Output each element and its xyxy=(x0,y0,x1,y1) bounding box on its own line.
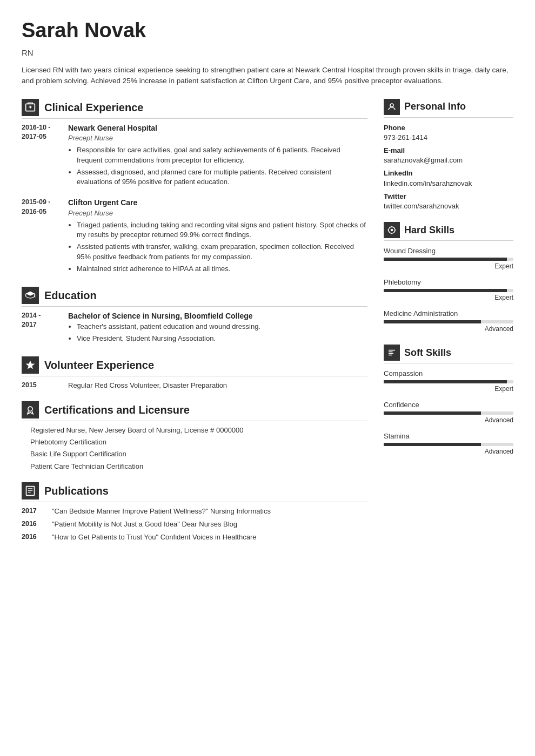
bullet: Vice President, Student Nursing Associat… xyxy=(77,334,367,343)
pub-entry-1-text: "Can Bedside Manner Improve Patient Well… xyxy=(52,507,271,516)
personal-info-fields: Phone 973-261-1414 E-mail sarahznovak@gm… xyxy=(384,123,513,212)
linkedin-label: LinkedIn xyxy=(384,168,513,178)
hard-skills-icon xyxy=(384,222,400,238)
soft-skill-confidence-level: Advanced xyxy=(384,416,513,425)
svg-point-12 xyxy=(391,229,393,232)
education-header: Education xyxy=(22,287,367,307)
bullet: Assisted patients with transfer, walking… xyxy=(77,242,367,261)
clinical-entry-2-role: Precept Nurse xyxy=(68,208,367,218)
clinical-entry-1-content: Newark General Hospital Precept Nurse Re… xyxy=(68,123,367,190)
clinical-entry-1-date: 2016-10 -2017-05 xyxy=(22,123,59,190)
soft-skills-section: Soft Skills Compassion Expert Confidence… xyxy=(384,345,513,456)
linkedin-value: linkedin.com/in/sarahznovak xyxy=(384,179,513,188)
bullet: Responsible for care activities, goal an… xyxy=(77,145,367,165)
volunteer-entry-1-content: Regular Red Cross Volunteer, Disaster Pr… xyxy=(68,381,367,390)
soft-skill-confidence-bar xyxy=(384,411,513,415)
education-icon xyxy=(22,287,39,304)
svg-point-5 xyxy=(28,407,32,411)
phone-value: 973-261-1414 xyxy=(384,133,513,143)
pub-entry-3-text: "How to Get Patients to Trust You" Confi… xyxy=(52,532,257,542)
soft-skills-header: Soft Skills xyxy=(384,345,513,363)
soft-skill-compassion: Compassion Expert xyxy=(384,369,513,394)
soft-skill-compassion-fill xyxy=(384,380,507,383)
education-title: Education xyxy=(44,288,97,303)
main-layout: Clinical Experience 2016-10 -2017-05 New… xyxy=(22,99,513,554)
hard-skill-wound-dressing-level: Expert xyxy=(384,262,513,271)
publications-header: Publications xyxy=(22,482,367,502)
cert-item-4: Patient Care Technician Certification xyxy=(22,462,367,471)
bullet: Triaged patients, including taking and r… xyxy=(77,220,367,240)
svg-rect-6 xyxy=(26,487,35,496)
hard-skill-medicine-admin: Medicine Administration Advanced xyxy=(384,309,513,334)
cert-item-2: Phlebotomy Certification xyxy=(22,437,367,447)
clinical-entry-2-bullets: Triaged patients, including taking and r… xyxy=(77,220,367,274)
clinical-experience-header: Clinical Experience xyxy=(22,99,367,119)
bullet: Maintained strict adherence to HIPAA at … xyxy=(77,264,367,274)
education-entry-1-date: 2014 -2017 xyxy=(22,311,59,346)
name: Sarah Novak xyxy=(22,16,513,45)
bullet: Assessed, diagnosed, and planned care fo… xyxy=(77,167,367,187)
phone-label: Phone xyxy=(384,123,513,133)
clinical-experience-section: Clinical Experience 2016-10 -2017-05 New… xyxy=(22,99,367,276)
personal-info-header: Personal Info xyxy=(384,99,513,118)
hard-skills-header: Hard Skills xyxy=(384,222,513,241)
header: Sarah Novak RN Licensed RN with two year… xyxy=(22,16,513,87)
clinical-entry-2-org: Clifton Urgent Care xyxy=(68,198,367,208)
volunteer-entry-1: 2015 Regular Red Cross Volunteer, Disast… xyxy=(22,381,367,390)
bullet: Teacher's assistant, patient education a… xyxy=(77,322,367,332)
volunteer-title: Volunteer Experience xyxy=(44,357,154,373)
email-label: E-mail xyxy=(384,146,513,156)
left-column: Clinical Experience 2016-10 -2017-05 New… xyxy=(22,99,367,554)
soft-skill-confidence-fill xyxy=(384,411,481,415)
pub-entry-2-date: 2016 xyxy=(22,519,43,529)
email-value: sarahznovak@gmail.com xyxy=(384,156,513,165)
soft-skill-stamina-level: Advanced xyxy=(384,447,513,456)
clinical-entry-2-date: 2015-09 -2016-05 xyxy=(22,198,59,276)
hard-skill-phlebotomy-bar xyxy=(384,289,513,292)
soft-skill-confidence-name: Confidence xyxy=(384,400,513,410)
education-section: Education 2014 -2017 Bachelor of Science… xyxy=(22,287,367,346)
hard-skill-phlebotomy-level: Expert xyxy=(384,293,513,302)
hard-skill-phlebotomy: Phlebotomy Expert xyxy=(384,278,513,302)
pub-entry-3: 2016 "How to Get Patients to Trust You" … xyxy=(22,532,367,542)
hard-skill-wound-dressing-name: Wound Dressing xyxy=(384,246,513,256)
hard-skill-medicine-admin-level: Advanced xyxy=(384,325,513,334)
volunteer-entry-1-date: 2015 xyxy=(22,381,59,390)
personal-info-title: Personal Info xyxy=(404,100,466,113)
certifications-header: Certifications and Licensure xyxy=(22,401,367,421)
clinical-entry-1: 2016-10 -2017-05 Newark General Hospital… xyxy=(22,123,367,190)
certifications-title: Certifications and Licensure xyxy=(44,402,190,417)
clinical-entry-1-role: Precept Nurse xyxy=(68,133,367,143)
soft-skills-icon xyxy=(384,345,400,361)
pub-entry-2-text: "Patient Mobility is Not Just a Good Ide… xyxy=(52,519,237,529)
hard-skills-title: Hard Skills xyxy=(404,224,454,237)
summary: Licensed RN with two years clinical expe… xyxy=(22,65,513,87)
personal-info-section: Personal Info Phone 973-261-1414 E-mail … xyxy=(384,99,513,212)
twitter-label: Twitter xyxy=(384,192,513,201)
publications-section: Publications 2017 "Can Bedside Manner Im… xyxy=(22,482,367,543)
soft-skill-stamina: Stamina Advanced xyxy=(384,431,513,456)
education-entry-1-bullets: Teacher's assistant, patient education a… xyxy=(77,322,367,343)
publications-title: Publications xyxy=(44,483,109,498)
hard-skill-phlebotomy-name: Phlebotomy xyxy=(384,278,513,287)
clinical-entry-2: 2015-09 -2016-05 Clifton Urgent Care Pre… xyxy=(22,198,367,276)
soft-skill-stamina-name: Stamina xyxy=(384,431,513,441)
publications-icon xyxy=(22,482,39,500)
education-entry-1-org: Bachelor of Science in Nursing, Bloomfie… xyxy=(68,311,367,322)
pub-entry-1: 2017 "Can Bedside Manner Improve Patient… xyxy=(22,507,367,516)
soft-skill-stamina-bar xyxy=(384,443,513,446)
certifications-icon xyxy=(22,401,39,418)
volunteer-entry-1-text: Regular Red Cross Volunteer, Disaster Pr… xyxy=(68,381,367,390)
right-column: Personal Info Phone 973-261-1414 E-mail … xyxy=(384,99,513,554)
cert-item-1: Registered Nurse, New Jersey Board of Nu… xyxy=(22,426,367,435)
pub-entry-3-date: 2016 xyxy=(22,532,43,542)
twitter-value: twitter.com/sarahznovak xyxy=(384,201,513,211)
svg-point-10 xyxy=(390,104,393,107)
hard-skill-medicine-admin-bar xyxy=(384,320,513,323)
volunteer-section: Volunteer Experience 2015 Regular Red Cr… xyxy=(22,356,367,390)
clinical-experience-title: Clinical Experience xyxy=(44,100,143,115)
hard-skill-wound-dressing: Wound Dressing Expert xyxy=(384,246,513,271)
cert-item-3: Basic Life Support Certification xyxy=(22,449,367,459)
svg-marker-4 xyxy=(26,361,35,369)
clinical-entry-1-org: Newark General Hospital xyxy=(68,123,367,134)
